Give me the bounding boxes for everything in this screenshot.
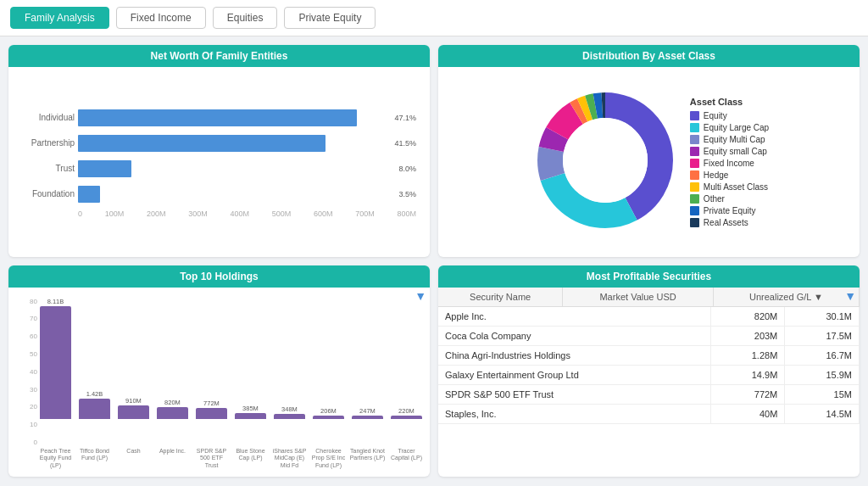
cell-name-5: Staples, Inc. [438,404,710,423]
x-label-500m: 500M [272,209,292,218]
bar-fill-0 [40,306,71,420]
top-navigation: Family Analysis Fixed Income Equities Pr… [0,0,868,36]
bar-fill-3 [157,407,188,419]
data-table: Security Name Market Value USD Unrealize… [438,288,860,307]
x-label-4: SPDR S&P 500 ETF Trust [193,446,230,473]
bar-label-individual: Individual [17,113,75,122]
bar-col-6: 348M [271,298,308,420]
distribution-content: Asset Class Equity Equity Large Cap Equi… [438,67,860,257]
y-axis-labels: 80 70 60 50 40 30 20 10 0 [14,293,37,474]
table-row-4: SPDR S&P 500 ETF Trust 772M 15M [438,384,860,404]
distribution-panel: Distribution By Asset Class [438,45,860,257]
donut-chart [529,84,682,239]
bar-val-2: 910M [125,397,142,405]
bar-fill-4 [196,408,227,419]
x-label-3: Apple Inc. [154,446,191,473]
y-label-20: 20 [14,403,37,411]
x-label-0: 0 [78,209,82,218]
table-row-1: Coca Cola Company 203M 17.5M [438,326,860,345]
bar-col-8: 247M [349,298,386,420]
x-label-200m: 200M [147,209,166,218]
bar-label-partnership: Partnership [17,138,75,148]
y-label-40: 40 [14,368,37,376]
bar-col-1: 1.42B [76,298,113,420]
bar-row-trust: Trust 8.0% [17,157,416,181]
legend-equity-large-cap: Equity Large Cap [690,123,769,132]
bar-pct-individual: 47.1% [394,114,416,122]
legend-real-assets: Real Assets [690,218,769,227]
tab-equities[interactable]: Equities [213,7,278,29]
col-header-market-value: Market Value USD [563,288,714,307]
legend-private-equity: Private Equity [690,206,769,215]
legend-multi-asset: Multi Asset Class [690,182,769,192]
net-worth-content: Individual 47.1% Partnership 41.5% Trust [8,67,430,257]
legend-equity-multi-cap: Equity Multi Cap [690,135,769,144]
bar-val-6: 348M [281,405,298,413]
bar-fill-9 [391,416,422,419]
col-header-name: Security Name [438,288,563,307]
legend-equity: Equity [690,111,769,120]
legend-label-equity-multi-cap: Equity Multi Cap [704,135,765,144]
profitable-panel: Most Profitable Securities ▼ Security Na… [438,265,860,478]
x-label-5: Blue Stone Cap (LP) [232,446,269,473]
top10-header: Top 10 Holdings [8,265,430,288]
tab-family-analysis[interactable]: Family Analysis [10,7,109,29]
bar-row-partnership: Partnership 41.5% [17,131,416,155]
legend-color-equity-large-cap [690,123,699,132]
legend-other: Other [690,194,769,204]
bar-fill-trust [78,160,131,177]
y-label-0: 0 [14,439,37,446]
tab-fixed-income[interactable]: Fixed Income [116,7,206,29]
legend-label-hedge: Hedge [704,170,728,180]
legend-color-other [690,194,699,204]
table-header-row: Security Name Market Value USD Unrealize… [438,288,860,307]
bar-pct-trust: 8.0% [398,165,416,173]
bar-fill-5 [235,413,266,419]
cell-mv-3: 14.9M [710,365,785,384]
legend-title: Asset Class [690,97,769,107]
x-label-6: iShares S&P MidCap (E) Mid Fd [271,446,308,473]
y-label-50: 50 [14,350,37,358]
legend-color-fixed-income [690,159,699,168]
legend-color-equity [690,111,699,120]
y-label-30: 30 [14,386,37,394]
legend-label-real-assets: Real Assets [704,218,748,227]
legend-label-equity-small-cap: Equity small Cap [704,147,767,156]
legend-color-equity-small-cap [690,147,699,156]
bar-wrap-partnership [78,135,387,152]
x-label-100m: 100M [105,209,125,218]
net-worth-panel: Net Worth Of Family Entities Individual … [8,45,430,257]
legend-label-multi-asset: Multi Asset Class [704,182,768,192]
top10-content: ▼ 80 70 60 50 40 30 20 10 0 [8,288,430,478]
cell-mv-5: 40M [710,404,785,423]
y-label-60: 60 [14,332,37,340]
bar-fill-partnership [78,135,326,152]
donut-section: Asset Class Equity Equity Large Cap Equi… [438,67,860,257]
tab-private-equity[interactable]: Private Equity [284,7,376,29]
net-worth-header: Net Worth Of Family Entities [8,45,430,67]
cell-gl-4: 15M [785,384,860,404]
bar-val-4: 772M [203,399,220,407]
x-label-9: Tracer Capital (LP) [388,446,425,473]
cell-mv-4: 772M [710,384,785,404]
cell-name-0: Apple Inc. [438,307,710,327]
x-label-7: Cherokee Prop S/E Inc Fund (LP) [310,446,347,473]
table-scroll[interactable]: Apple Inc. 820M 30.1M Coca Cola Company … [438,307,860,478]
x-label-8: Tangled Knot Partners (LP) [349,446,386,473]
bar-fill-7 [313,416,344,419]
bar-col-4: 772M [193,298,230,420]
main-grid: Net Worth Of Family Entities Individual … [0,36,868,485]
x-label-800m: 800M [397,209,416,218]
legend-label-private-equity: Private Equity [704,206,756,215]
bar-wrap-foundation [78,186,392,203]
cell-gl-1: 17.5M [785,326,860,345]
legend-label-fixed-income: Fixed Income [704,159,754,168]
bar-fill-8 [352,416,383,419]
bar-wrap-individual [78,109,387,126]
cell-gl-2: 16.7M [785,345,860,365]
top10-panel: Top 10 Holdings ▼ 80 70 60 50 40 30 20 1… [8,265,430,478]
legend-box: Asset Class Equity Equity Large Cap Equi… [690,97,769,227]
bars-area: 8.11B 1.42B 910M 820M [37,293,425,447]
legend-hedge: Hedge [690,170,769,180]
filter-icon-profitable[interactable]: ▼ [844,289,856,303]
